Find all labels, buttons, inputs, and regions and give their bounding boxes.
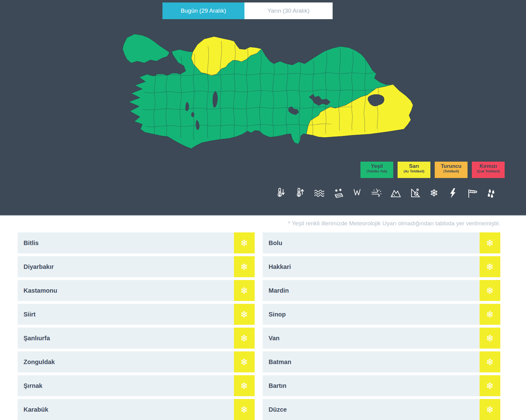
snowflake-icon: ❄ [486,285,494,296]
map-thrace-green [123,34,170,63]
province-name: Siirt [18,304,234,325]
weather-warning-page: Bugün (29 Aralık) Yarın (30 Aralık) [0,0,526,420]
wind-icon [466,187,478,199]
table-row[interactable]: Batman❄ [263,351,500,372]
snow-warning-badge[interactable]: ❄ [234,351,255,372]
snowflake-icon: ❄ [240,261,248,272]
province-name: Düzce [263,399,480,420]
warnings-table-left: Bitlis❄ Diyarbakır❄ Kastamonu❄ Siirt❄ Şa… [18,232,255,420]
snow-warning-badge[interactable]: ❄ [234,328,255,349]
snowflake-icon: ❄ [240,309,248,320]
snow-warning-badge[interactable]: ❄ [234,256,255,277]
snow-warning-badge[interactable]: ❄ [480,328,500,349]
snow-warning-badge[interactable]: ❄ [234,399,255,420]
province-name: Diyarbakır [18,256,234,277]
snowflake-icon: ❄ [240,238,248,248]
province-name: Bitlis [18,232,234,253]
agricultural-frost-icon [332,187,344,199]
table-row[interactable]: Düzce❄ [263,399,500,420]
legend-red-sub: (Çok Tehlikeli) [472,169,505,173]
table-row[interactable]: Karabük❄ [18,399,255,420]
icing-icon [351,187,364,199]
legend-yellow-label: Sarı [398,163,430,169]
blowing-snow-icon [370,187,383,199]
low-temperature-icon [275,187,287,199]
snow-warning-badge[interactable]: ❄ [480,256,500,277]
legend-yellow: Sarı (Az Tehlikeli) [398,162,430,178]
province-name: Hakkari [263,256,480,277]
rain-icon [485,187,498,199]
high-temperature-icon [294,187,306,199]
snowflake-icon: ❄ [240,404,248,415]
table-note: * Yeşil renkli illerimizde Meteorolojik … [263,220,500,227]
legend-yellow-sub: (Az Tehlikeli) [398,169,430,173]
snow-warning-badge[interactable]: ❄ [480,375,500,396]
turkey-warning-map[interactable] [118,27,415,161]
snow-warning-badge[interactable]: ❄ [234,280,255,301]
table-row[interactable]: Van❄ [263,328,500,349]
small-lake [191,112,194,117]
snowflake-icon: ❄ [240,380,248,391]
province-name: Batman [263,351,480,372]
snow-warning-badge[interactable]: ❄ [480,351,500,372]
province-name: Sinop [263,304,480,325]
aegean-island [119,66,125,69]
table-row[interactable]: Mardin❄ [263,280,500,301]
snow-warning-badge[interactable]: ❄ [234,375,255,396]
legend-red-label: Kırmızı [472,163,505,169]
snowflake-icon: ❄ [486,404,494,415]
province-name: Mardin [263,280,480,301]
province-name: Kastamonu [18,280,234,301]
warnings-table-right: Bolu❄ Hakkari❄ Mardin❄ Sinop❄ Van❄ Batma… [263,232,500,420]
province-name: Bartın [263,375,480,396]
warning-type-icons: ❄ [275,187,498,199]
warning-level-legend: Yeşil (Tehlike Yok) Sarı (Az Tehlikeli) … [360,162,505,178]
tab-tomorrow-label: Yarın (30 Aralık) [268,7,310,14]
thunderstorm-icon [447,187,459,199]
table-row[interactable]: Bolu❄ [263,232,500,253]
snowflake-icon: ❄ [486,238,494,248]
aegean-island-2 [125,70,128,71]
tab-today-label: Bugün (29 Aralık) [181,7,226,14]
province-name: Van [263,328,480,349]
province-name: Şanlıurfa [18,328,234,349]
legend-orange-sub: (Tehlikeli) [435,169,468,173]
snowflake-icon: ❄ [486,333,494,344]
legend-orange: Turuncu (Tehlikeli) [435,162,468,178]
rough-sea-icon [313,187,326,199]
province-name: Şırnak [18,375,234,396]
snow-warning-badge[interactable]: ❄ [234,304,255,325]
province-name: Bolu [263,232,480,253]
marmara-sea [138,62,182,74]
snow-warning-badge[interactable]: ❄ [480,232,500,253]
legend-green-sub: (Tehlike Yok) [360,169,393,173]
table-row[interactable]: Şırnak❄ [18,375,255,396]
legend-green-label: Yeşil [360,163,393,169]
snowflake-icon: ❄ [486,261,494,272]
snowflake-icon: ❄ [486,309,494,320]
table-row[interactable]: Zonguldak❄ [18,351,255,372]
table-row[interactable]: Siirt❄ [18,304,255,325]
table-row[interactable]: Bartın❄ [263,375,500,396]
table-row[interactable]: Diyarbakır❄ [18,256,255,277]
turkey-map-svg [118,27,415,161]
snow-warning-badge[interactable]: ❄ [480,399,500,420]
snow-warning-badge[interactable]: ❄ [480,304,500,325]
avalanche-icon [390,187,402,199]
day-tabs: Bugün (29 Aralık) Yarın (30 Aralık) [162,2,333,19]
legend-green: Yeşil (Tehlike Yok) [360,162,393,178]
table-row[interactable]: Şanlıurfa❄ [18,328,255,349]
legend-red: Kırmızı (Çok Tehlikeli) [472,162,505,178]
snowflake-icon: ❄ [486,380,494,391]
snow-warning-badge[interactable]: ❄ [234,232,255,253]
snow-icon: ❄ [428,187,440,199]
table-row[interactable]: Kastamonu❄ [18,280,255,301]
snow-warning-badge[interactable]: ❄ [480,280,500,301]
tab-today[interactable]: Bugün (29 Aralık) [162,2,244,19]
province-name: Zonguldak [18,351,234,372]
table-row[interactable]: Bitlis❄ [18,232,255,253]
table-row[interactable]: Sinop❄ [263,304,500,325]
tab-tomorrow[interactable]: Yarın (30 Aralık) [244,2,333,19]
snowflake-icon: ❄ [240,357,248,367]
table-row[interactable]: Hakkari❄ [263,256,500,277]
